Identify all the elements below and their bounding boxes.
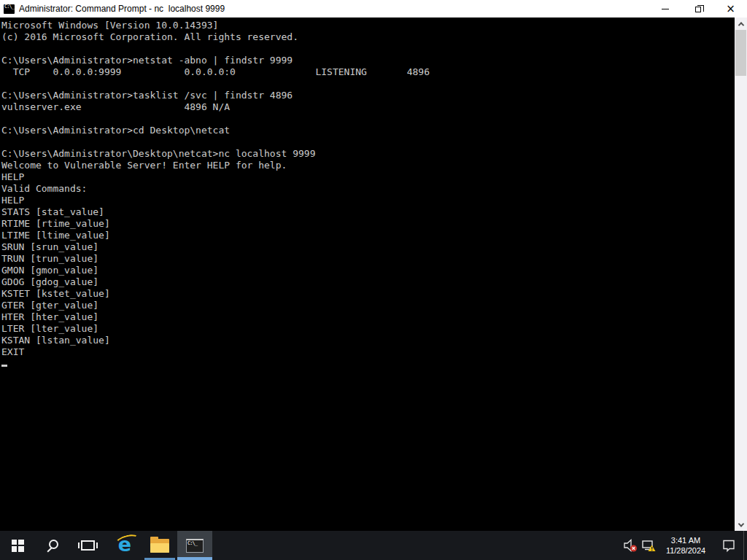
terminal-line: GDOG [gdog_value] bbox=[1, 276, 735, 288]
vertical-scrollbar[interactable] bbox=[735, 18, 747, 531]
system-tray: 3:41 AM 11/28/2024 bbox=[621, 531, 747, 560]
restore-button[interactable] bbox=[681, 0, 714, 18]
action-center-icon bbox=[721, 537, 737, 553]
terminal-line: GMON [gmon_value] bbox=[1, 265, 735, 276]
taskbar-clock[interactable]: 3:41 AM 11/28/2024 bbox=[657, 535, 714, 556]
taskbar: e C:\_ 3:41 AM 11/28/2024 bbox=[0, 531, 747, 560]
terminal-line: GTER [gter_value] bbox=[1, 300, 735, 311]
cmd-icon[interactable]: C:\_ bbox=[4, 4, 15, 14]
terminal-line: RTIME [rtime_value] bbox=[1, 218, 735, 230]
clock-date: 11/28/2024 bbox=[657, 545, 714, 556]
terminal-line: Valid Commands: bbox=[1, 183, 735, 195]
terminal-line: KSTAN [lstan_value] bbox=[1, 335, 735, 346]
command-prompt-icon: C:\_ bbox=[186, 539, 204, 553]
window-controls: × bbox=[649, 0, 747, 18]
terminal-line: C:\Users\Administrator\Desktop\netcat>nc… bbox=[1, 148, 735, 160]
terminal-line: HTER [hter_value] bbox=[1, 311, 735, 323]
show-desktop-button[interactable] bbox=[743, 531, 747, 560]
taskbar-spacer bbox=[212, 531, 621, 560]
scrollbar-thumb[interactable] bbox=[735, 30, 746, 76]
scroll-up-button[interactable] bbox=[735, 18, 747, 30]
terminal-line: KSTET [kstet_value] bbox=[1, 288, 735, 300]
terminal-line: SRUN [srun_value] bbox=[1, 241, 735, 253]
terminal-line bbox=[1, 113, 735, 125]
volume-muted-icon bbox=[622, 537, 638, 553]
terminal-line: C:\Users\Administrator>tasklist /svc | f… bbox=[1, 90, 735, 101]
terminal-line: LTIME [ltime_value] bbox=[1, 230, 735, 241]
network-button[interactable] bbox=[639, 531, 657, 560]
start-button[interactable] bbox=[0, 531, 35, 560]
search-button[interactable] bbox=[35, 531, 70, 560]
search-icon bbox=[49, 540, 58, 549]
terminal-line: HELP bbox=[1, 171, 735, 183]
windows-logo-icon bbox=[12, 540, 24, 552]
terminal-line: TCP 0.0.0.0:9999 0.0.0.0:0 LISTENING 489… bbox=[1, 66, 735, 78]
volume-button[interactable] bbox=[621, 531, 639, 560]
window-title: Administrator: Command Prompt - nc local… bbox=[19, 4, 649, 14]
terminal-line bbox=[1, 136, 735, 148]
terminal-line: HELP bbox=[1, 195, 735, 206]
close-button[interactable]: × bbox=[714, 0, 747, 18]
terminal-line: STATS [stat_value] bbox=[1, 206, 735, 218]
close-icon: × bbox=[726, 4, 735, 15]
taskbar-item-internet-explorer[interactable]: e bbox=[107, 531, 142, 560]
clock-time: 3:41 AM bbox=[657, 535, 714, 545]
minimize-icon bbox=[662, 9, 669, 9]
terminal-cursor bbox=[1, 365, 7, 367]
chevron-down-icon bbox=[738, 521, 743, 526]
console-window[interactable]: Microsoft Windows [Version 10.0.14393](c… bbox=[0, 18, 747, 531]
terminal-line: TRUN [trun_value] bbox=[1, 253, 735, 265]
task-view-icon bbox=[81, 540, 95, 551]
scroll-down-button[interactable] bbox=[735, 518, 747, 531]
terminal-line bbox=[1, 43, 735, 55]
chevron-up-icon bbox=[738, 22, 743, 28]
terminal-line: C:\Users\Administrator>netstat -abno | f… bbox=[1, 55, 735, 66]
terminal-line: (c) 2016 Microsoft Corporation. All righ… bbox=[1, 31, 735, 43]
terminal-line: Microsoft Windows [Version 10.0.14393] bbox=[1, 20, 735, 31]
terminal-line bbox=[1, 78, 735, 90]
window-titlebar: C:\_ Administrator: Command Prompt - nc … bbox=[0, 0, 747, 18]
terminal-line: vulnserver.exe 4896 N/A bbox=[1, 101, 735, 113]
task-view-button[interactable] bbox=[70, 531, 105, 560]
terminal-line: EXIT bbox=[1, 346, 735, 358]
minimize-button[interactable] bbox=[649, 0, 681, 18]
taskbar-item-command-prompt[interactable]: C:\_ bbox=[177, 531, 212, 560]
internet-explorer-icon: e bbox=[118, 534, 131, 554]
terminal-line: Welcome to Vulnerable Server! Enter HELP… bbox=[1, 160, 735, 171]
network-warning-icon bbox=[640, 537, 657, 553]
terminal-line: C:\Users\Administrator>cd Desktop\netcat bbox=[1, 125, 735, 136]
file-explorer-icon bbox=[150, 539, 169, 553]
restore-icon bbox=[695, 7, 701, 12]
terminal-cursor-line bbox=[1, 358, 735, 370]
terminal-line: LTER [lter_value] bbox=[1, 323, 735, 335]
action-center-button[interactable] bbox=[714, 531, 743, 560]
taskbar-item-file-explorer[interactable] bbox=[142, 531, 177, 560]
terminal-output[interactable]: Microsoft Windows [Version 10.0.14393](c… bbox=[1, 20, 735, 531]
